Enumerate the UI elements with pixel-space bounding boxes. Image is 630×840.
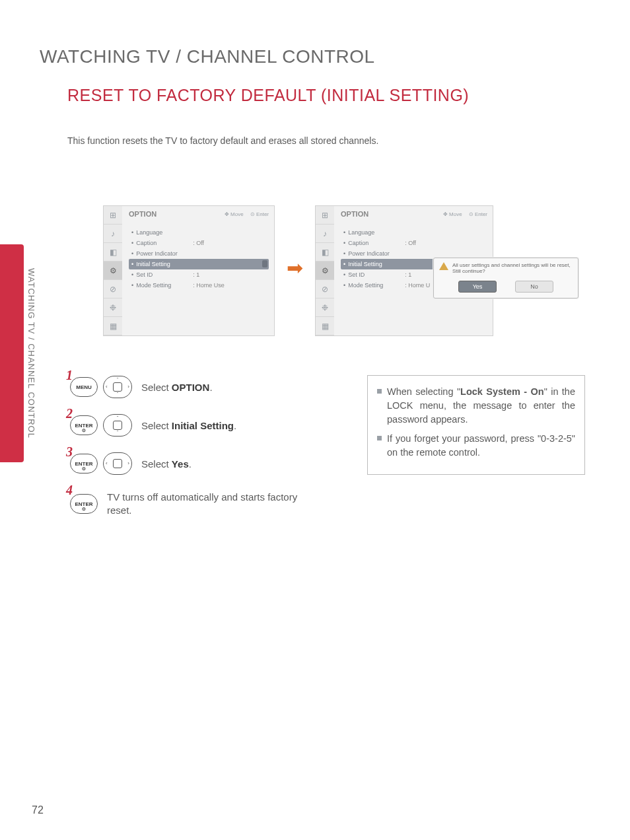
dpad-lr-icon: ˆˇ‹› (103, 452, 132, 475)
intro-text: This function resets the TV to factory d… (67, 135, 590, 146)
page-number: 72 (32, 804, 44, 816)
sidebar-icon-option: ⚙ (104, 262, 122, 280)
info-lock-text: When selecting "Lock System - On" in the… (387, 385, 575, 427)
sidebar-icon-time: ⊘ (104, 280, 122, 298)
menu-item-initial-setting[interactable]: •Initial Setting (129, 259, 269, 269)
sidebar-icon-time: ⊘ (316, 280, 334, 298)
enter-key: ENTER (70, 494, 98, 514)
hint-move: ✥ Move (443, 211, 462, 217)
menu-sidebar-icons: ⊞ ♪ ◧ ⚙ ⊘ ❉ ▦ (316, 206, 334, 335)
side-tab-label: WATCHING TV / CHANNEL CONTROL (26, 244, 36, 462)
hint-enter: ⊙ Enter (469, 211, 487, 217)
info-forgot-password-text: If you forget your password, press "0-3-… (387, 432, 575, 460)
dpad-icon: ˆˇ (103, 414, 132, 437)
sidebar-icon-input: ▦ (316, 317, 334, 335)
dpad-icon: ˆˇ‹› (103, 376, 132, 398)
menu-screenshots-row: ⊞ ♪ ◧ ⚙ ⊘ ❉ ▦ OPTION ✥ Move ⊙ Enter •Lan… (103, 205, 590, 336)
hint-enter: ⊙ Enter (250, 211, 269, 217)
sidebar-icon-picture: ⊞ (104, 206, 122, 225)
sidebar-icon-audio: ♪ (316, 225, 334, 243)
menu-sidebar-icons: ⊞ ♪ ◧ ⚙ ⊘ ❉ ▦ (104, 206, 122, 335)
sidebar-icon-input: ▦ (104, 317, 122, 335)
enter-key: ENTER (70, 454, 98, 473)
reset-confirm-dialog: All user settings and channel settings w… (433, 258, 578, 298)
sidebar-icon-lock: ❉ (316, 298, 334, 317)
dialog-no-button[interactable]: No (515, 281, 553, 293)
menu-list-left: •Language •Caption: Off •Power Indicator… (129, 227, 269, 291)
warning-icon (439, 262, 448, 270)
hint-move: ✥ Move (225, 211, 244, 217)
arrow-right-icon: ➡ (287, 256, 303, 279)
dialog-yes-button[interactable]: Yes (458, 281, 497, 293)
menu-title: OPTION (341, 210, 368, 218)
side-tab (0, 244, 24, 462)
menu-key: MENU (70, 377, 98, 397)
step-4-text: TV turns off automatically and starts fa… (107, 491, 298, 518)
step-3-text: Select Yes. (141, 458, 192, 470)
dialog-text: All user settings and channel settings w… (452, 262, 573, 274)
page-heading: WATCHING TV / CHANNEL CONTROL (40, 46, 590, 67)
step-4: 4 ENTER TV turns off automatically and s… (70, 491, 590, 518)
menu-title: OPTION (129, 210, 157, 218)
bullet-icon (377, 436, 382, 440)
sidebar-icon-channel: ◧ (316, 243, 334, 262)
sidebar-icon-option: ⚙ (316, 262, 334, 280)
step-2-text: Select Initial Setting. (141, 420, 236, 431)
sidebar-icon-lock: ❉ (104, 298, 122, 317)
option-menu-right: ⊞ ♪ ◧ ⚙ ⊘ ❉ ▦ OPTION ✥ Move ⊙ Enter •Lan… (315, 205, 493, 336)
bullet-icon (377, 389, 382, 394)
option-menu-left: ⊞ ♪ ◧ ⚙ ⊘ ❉ ▦ OPTION ✥ Move ⊙ Enter •Lan… (103, 205, 275, 336)
sidebar-icon-audio: ♪ (104, 225, 122, 243)
step-1-text: Select OPTION. (141, 382, 213, 393)
sidebar-icon-picture: ⊞ (316, 206, 334, 225)
section-heading: RESET TO FACTORY DEFAULT (INITIAL SETTIN… (67, 86, 590, 105)
info-box: When selecting "Lock System - On" in the… (367, 375, 585, 475)
enter-key: ENTER (70, 415, 98, 435)
sidebar-icon-channel: ◧ (104, 243, 122, 262)
